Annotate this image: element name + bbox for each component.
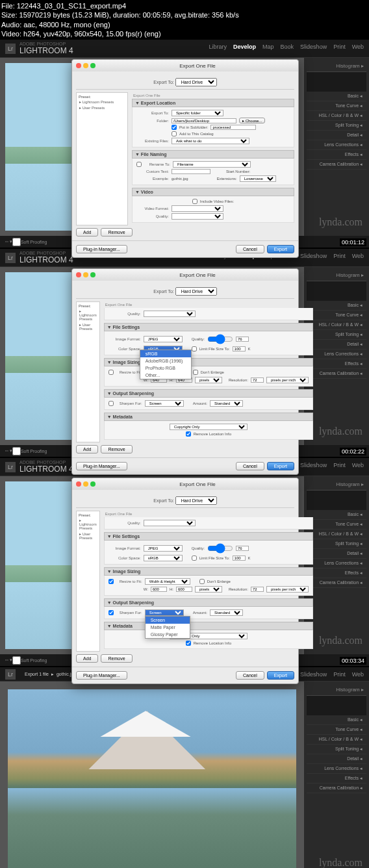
image-format-select[interactable]: JPEG: [144, 336, 183, 342]
app-title: LIGHTROOM 4: [19, 46, 73, 55]
rename-select[interactable]: Filename: [173, 161, 251, 168]
include-video-check[interactable]: [192, 199, 197, 204]
file-name: File: 122443_03_01_SC11_export.mp4: [1, 1, 368, 10]
section-metadata[interactable]: ▼ Metadata: [104, 413, 313, 421]
file-audio: Audio: aac, 48000 Hz, mono (eng): [1, 20, 368, 29]
panel-tone[interactable]: Tone Curve ◂: [307, 101, 366, 111]
zoom-icon[interactable]: [90, 63, 95, 68]
sharpen-dropdown[interactable]: Screen Matte Paper Glossy Paper: [145, 616, 190, 639]
folder-input[interactable]: [172, 118, 236, 123]
preset-user[interactable]: ▸ User Presets: [79, 105, 125, 110]
section-output-sharpening[interactable]: ▼ Output Sharpening: [104, 389, 313, 398]
panel-basic[interactable]: Basic ◂: [307, 92, 366, 101]
export-dialog: Export One File Export To: Hard Drive Pr…: [71, 59, 299, 258]
watermark: lynda.com: [319, 216, 363, 228]
custom-text-input[interactable]: [172, 169, 210, 174]
section-export-location[interactable]: ▼ Export Location: [132, 99, 294, 107]
remove-button[interactable]: Remove: [101, 228, 132, 236]
rename-check[interactable]: [136, 162, 142, 167]
quality-value[interactable]: [236, 337, 249, 342]
dd-matte[interactable]: Matte Paper: [146, 624, 190, 631]
panel-split[interactable]: Split Toning ◂: [307, 121, 366, 131]
sharpen-for-select[interactable]: Screen: [145, 609, 184, 616]
color-space-dropdown[interactable]: sRGB AdobeRGB (1998) ProPhoto RGB Other.…: [140, 350, 192, 379]
resolution-input[interactable]: [251, 377, 264, 383]
panel-hsl[interactable]: HSL / Color / B & W ◂: [307, 111, 366, 121]
tab-web[interactable]: Web: [352, 44, 364, 50]
section-file-naming[interactable]: ▼ File Naming: [132, 150, 294, 159]
module-nav: Library Develop Map Book Slideshow Print…: [209, 44, 364, 50]
panel-effects[interactable]: Effects ◂: [307, 150, 366, 160]
vendor-label: ADOBE PHOTOSHOP: [19, 42, 73, 46]
panel-detail[interactable]: Detail ◂: [307, 131, 366, 140]
tab-develop[interactable]: Develop: [233, 44, 256, 50]
remove-location-check[interactable]: [186, 431, 191, 437]
video-quality-select[interactable]: [172, 213, 223, 220]
section-image-sizing[interactable]: ▼ Image Sizing: [104, 358, 313, 366]
panel-camera[interactable]: Camera Calibration ◂: [307, 160, 366, 170]
minimize-icon[interactable]: [83, 63, 88, 68]
timestamp: 00:01:12: [340, 238, 366, 246]
section-file-settings[interactable]: ▼ File Settings: [104, 323, 313, 331]
close-icon[interactable]: [76, 63, 81, 68]
dialog-title: Export One File: [101, 63, 294, 69]
export-location-select[interactable]: Specific folder: [172, 110, 223, 116]
tab-print[interactable]: Print: [333, 44, 346, 50]
tab-book[interactable]: Book: [281, 44, 294, 50]
histogram-header[interactable]: Histogram ▸: [307, 60, 366, 72]
section-video[interactable]: ▼ Video: [132, 188, 294, 196]
dd-screen[interactable]: Screen: [146, 617, 190, 624]
example-value: gothic.jpg: [172, 177, 188, 181]
plugin-manager-button[interactable]: Plug-in Manager...: [76, 245, 127, 253]
subfolder-input[interactable]: [210, 125, 256, 130]
panel-lens[interactable]: Lens Corrections ◂: [307, 140, 366, 150]
add-catalog-check[interactable]: [172, 131, 177, 136]
tab-library[interactable]: Library: [209, 44, 227, 50]
tab-slideshow[interactable]: Slideshow: [300, 44, 327, 50]
cancel-button[interactable]: Cancel: [236, 245, 264, 253]
preset-lightroom[interactable]: ▸ Lightroom Presets: [79, 99, 125, 105]
export-button[interactable]: Export: [267, 245, 294, 253]
resize-check[interactable]: [108, 370, 114, 375]
existing-files-select[interactable]: Ask what to do: [172, 138, 249, 144]
sharpen-check[interactable]: [108, 401, 114, 406]
app-logo: Lr: [5, 44, 16, 54]
dd-glossy[interactable]: Glossy Paper: [146, 631, 190, 638]
app-logo: Lr: [5, 253, 16, 263]
quality-slider[interactable]: [207, 334, 233, 344]
file-size: Size: 15970219 bytes (15.23 MiB), durati…: [1, 10, 368, 19]
choose-button[interactable]: ▸ Choose...: [239, 118, 265, 123]
resize-fit-select[interactable]: Width & Height: [145, 578, 190, 585]
dd-srgb[interactable]: sRGB: [140, 350, 191, 357]
export-to-label: Export To:: [153, 80, 173, 84]
breadcrumb-1[interactable]: Export 1 file: [25, 672, 49, 676]
dd-prophoto[interactable]: ProPhoto RGB: [140, 364, 191, 372]
limit-size-check[interactable]: [192, 346, 197, 351]
add-button[interactable]: Add: [76, 228, 98, 236]
video-format-select[interactable]: [172, 205, 223, 212]
file-video: Video: h264, yuv420p, 960x540, 15.00 fps…: [1, 29, 368, 38]
export-to-select[interactable]: Hard Drive: [175, 78, 217, 86]
dd-adobergb[interactable]: AdobeRGB (1998): [140, 357, 191, 364]
dd-other[interactable]: Other...: [140, 372, 191, 379]
soft-proof-check[interactable]: [12, 238, 21, 246]
subfolder-check[interactable]: [172, 125, 177, 130]
extensions-select[interactable]: Lowercase: [240, 175, 276, 182]
metadata-select[interactable]: Copyright Only: [170, 424, 248, 430]
tab-map[interactable]: Map: [262, 44, 274, 50]
photo-preview-full: [8, 689, 296, 868]
